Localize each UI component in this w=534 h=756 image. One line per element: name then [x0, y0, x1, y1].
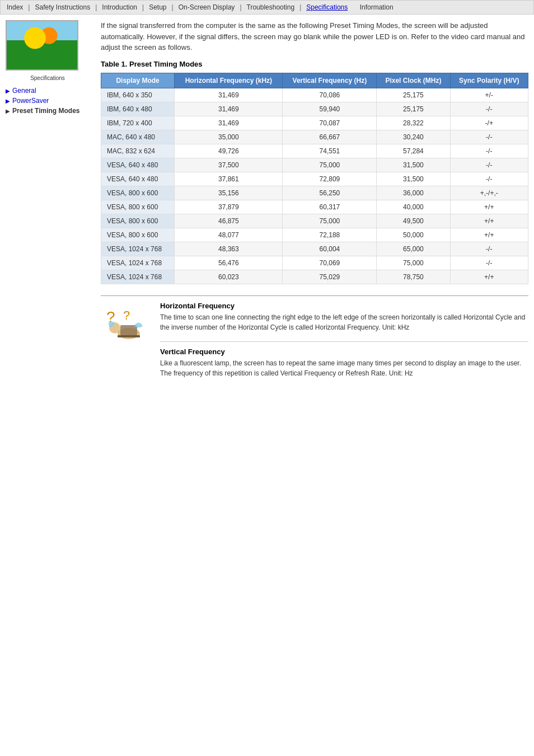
content-area: If the signal transferred from the compu…: [95, 20, 528, 387]
main-layout: Specifications ▶ General ▶ PowerSaver ▶ …: [0, 15, 534, 393]
cell-v-freq: 75,029: [283, 270, 377, 284]
cell-display-mode: VESA, 800 x 600: [101, 200, 175, 214]
nav-sep-5: |: [238, 3, 242, 11]
table-row: MAC, 832 x 62449,72674,55157,284-/-: [101, 144, 528, 158]
cell-v-freq: 72,188: [283, 228, 377, 242]
sidebar-item-powersaver[interactable]: ▶ PowerSaver: [6, 96, 90, 106]
table-row: VESA, 800 x 60037,87960,31740,000+/+: [101, 200, 528, 214]
h-freq-title: Horizontal Frequency: [160, 302, 528, 310]
table-row: VESA, 640 x 48037,86172,80931,500-/-: [101, 172, 528, 186]
table-row: IBM, 720 x 40031,46970,08728,322-/+: [101, 116, 528, 130]
cell-v-freq: 59,940: [283, 102, 377, 116]
cell-h-freq: 46,875: [175, 214, 283, 228]
nav-sep-2: |: [94, 3, 98, 11]
cell-pixel-clock: 25,175: [377, 88, 450, 102]
svg-rect-3: [120, 325, 137, 335]
arrow-icon-general: ▶: [6, 88, 10, 94]
table-row: MAC, 640 x 48035,00066,66730,240-/-: [101, 130, 528, 144]
cell-h-freq: 35,000: [175, 130, 283, 144]
cell-sync-polarity: +/+: [450, 228, 528, 242]
th-h-freq: Horizontal Frequency (kHz): [175, 73, 283, 88]
cell-sync-polarity: +/-: [450, 88, 528, 102]
sidebar-link-powersaver[interactable]: PowerSaver: [12, 97, 49, 105]
table-row: IBM, 640 x 35031,46970,08625,175+/-: [101, 88, 528, 102]
cell-sync-polarity: -/-: [450, 256, 528, 270]
sidebar-item-general[interactable]: ▶ General: [6, 86, 90, 96]
cell-display-mode: VESA, 1024 x 768: [101, 270, 175, 284]
cell-pixel-clock: 65,000: [377, 242, 450, 256]
cell-v-freq: 75,000: [283, 214, 377, 228]
cell-pixel-clock: 50,000: [377, 228, 450, 242]
nav-sep-6: |: [298, 3, 302, 11]
cell-pixel-clock: 31,500: [377, 172, 450, 186]
nav-safety[interactable]: Safety Instructions: [33, 3, 92, 12]
table-row: VESA, 800 x 60046,87575,00049,500+/+: [101, 214, 528, 228]
nav-intro[interactable]: Introduction: [100, 3, 139, 12]
cell-pixel-clock: 30,240: [377, 130, 450, 144]
nav-osd[interactable]: On-Screen Display: [177, 3, 237, 12]
th-sync-polarity: Sync Polarity (H/V): [450, 73, 528, 88]
cell-pixel-clock: 36,000: [377, 186, 450, 200]
table-row: VESA, 1024 x 76860,02375,02978,750+/+: [101, 270, 528, 284]
cell-display-mode: IBM, 640 x 350: [101, 88, 175, 102]
cell-h-freq: 60,023: [175, 270, 283, 284]
cell-v-freq: 70,087: [283, 116, 377, 130]
cell-v-freq: 66,667: [283, 130, 377, 144]
cell-display-mode: VESA, 1024 x 768: [101, 256, 175, 270]
cell-pixel-clock: 40,000: [377, 200, 450, 214]
cell-h-freq: 56,476: [175, 256, 283, 270]
cell-v-freq: 70,086: [283, 88, 377, 102]
nav-setup[interactable]: Setup: [147, 3, 168, 12]
cell-h-freq: 31,469: [175, 102, 283, 116]
table-row: VESA, 800 x 60035,15656,25036,000+,-/+,-: [101, 186, 528, 200]
sidebar-item-preset[interactable]: ▶ Preset Timing Modes: [6, 106, 90, 116]
cell-display-mode: VESA, 640 x 480: [101, 172, 175, 186]
monitor-icon: ? ?: [104, 303, 148, 345]
sidebar-link-preset[interactable]: Preset Timing Modes: [12, 107, 79, 115]
cell-sync-polarity: -/-: [450, 158, 528, 172]
cell-v-freq: 60,004: [283, 242, 377, 256]
cell-v-freq: 56,250: [283, 186, 377, 200]
table-row: VESA, 1024 x 76848,36360,00465,000-/-: [101, 242, 528, 256]
nav-bar: Index | Safety Instructions | Introducti…: [0, 0, 534, 15]
cell-v-freq: 72,809: [283, 172, 377, 186]
arrow-icon-powersaver: ▶: [6, 98, 10, 104]
sidebar-logo: [6, 20, 78, 71]
cell-sync-polarity: +,-/+,-: [450, 186, 528, 200]
h-freq-text: The time to scan one line connecting the…: [160, 312, 528, 332]
sidebar-nav: ▶ General ▶ PowerSaver ▶ Preset Timing M…: [6, 86, 90, 116]
sidebar: Specifications ▶ General ▶ PowerSaver ▶ …: [6, 20, 95, 387]
th-pixel-clock: Pixel Clock (MHz): [377, 73, 450, 88]
cell-sync-polarity: -/-: [450, 242, 528, 256]
cell-pixel-clock: 57,284: [377, 144, 450, 158]
v-freq-title: Vertical Frequency: [160, 348, 528, 356]
svg-rect-4: [118, 335, 140, 337]
th-v-freq: Vertical Frequency (Hz): [283, 73, 377, 88]
cell-v-freq: 70,069: [283, 256, 377, 270]
cell-h-freq: 48,077: [175, 228, 283, 242]
timing-table: Display Mode Horizontal Frequency (kHz) …: [101, 73, 528, 284]
cell-pixel-clock: 49,500: [377, 214, 450, 228]
v-freq-definition: Vertical Frequency Like a fluorescent la…: [160, 348, 528, 378]
cell-display-mode: VESA, 800 x 600: [101, 228, 175, 242]
table-header-row: Display Mode Horizontal Frequency (kHz) …: [101, 73, 528, 88]
svg-text:?: ?: [123, 308, 130, 322]
table-title: Table 1. Preset Timing Modes: [101, 60, 528, 68]
cell-display-mode: IBM, 640 x 480: [101, 102, 175, 116]
cell-v-freq: 74,551: [283, 144, 377, 158]
cell-pixel-clock: 78,750: [377, 270, 450, 284]
footer-section: ? ? Horizontal Frequency The time to sca…: [101, 295, 528, 387]
cell-h-freq: 35,156: [175, 186, 283, 200]
sidebar-link-general[interactable]: General: [12, 87, 36, 95]
nav-index[interactable]: Index: [5, 3, 25, 12]
cell-sync-polarity: -/+: [450, 116, 528, 130]
cell-pixel-clock: 31,500: [377, 158, 450, 172]
cell-h-freq: 31,469: [175, 116, 283, 130]
cell-display-mode: VESA, 1024 x 768: [101, 242, 175, 256]
nav-sep-4: |: [171, 3, 175, 11]
sidebar-logo-label: Specifications: [6, 75, 90, 81]
nav-info[interactable]: Information: [358, 3, 395, 12]
nav-specs[interactable]: Specifications: [305, 3, 349, 12]
nav-troubleshoot[interactable]: Troubleshooting: [245, 3, 297, 12]
table-row: VESA, 640 x 48037,50075,00031,500-/-: [101, 158, 528, 172]
